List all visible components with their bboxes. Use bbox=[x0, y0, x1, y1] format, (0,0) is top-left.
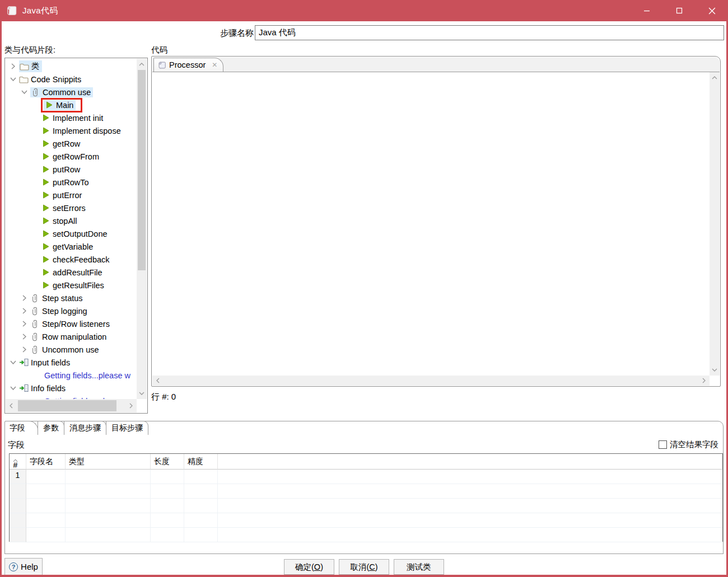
table-row-empty bbox=[10, 484, 722, 499]
tree-item-label: putError bbox=[53, 191, 82, 200]
tree-item-getrow[interactable]: getRow bbox=[6, 137, 137, 150]
column-header-字段名[interactable]: 字段名 bbox=[26, 454, 66, 470]
tree-item-label: getRowFrom bbox=[53, 152, 99, 161]
tab-参数[interactable]: 参数 bbox=[38, 421, 64, 435]
help-button[interactable]: ? Help bbox=[4, 558, 43, 575]
tree-item-step-status[interactable]: Step status bbox=[6, 292, 137, 304]
tree-selection-highlight: 类 bbox=[19, 60, 42, 72]
scroll-up-icon[interactable] bbox=[710, 73, 720, 82]
chevron-right-icon[interactable] bbox=[20, 294, 28, 302]
code-label: 代码 bbox=[151, 45, 167, 55]
line-number-status: 行 #: 0 bbox=[151, 392, 176, 402]
tree-item-putrow[interactable]: putRow bbox=[6, 163, 137, 176]
scroll-left-icon[interactable] bbox=[7, 399, 16, 412]
table-cell[interactable] bbox=[26, 470, 66, 484]
chevron-down-icon[interactable] bbox=[9, 359, 17, 367]
column-header-精度[interactable]: 精度 bbox=[184, 454, 218, 470]
tree-item-getrowfrom[interactable]: getRowFrom bbox=[6, 150, 137, 163]
tree-item-row-manipulation[interactable]: Row manipulation bbox=[6, 330, 137, 343]
paperclip-icon bbox=[31, 88, 40, 97]
play-icon bbox=[41, 255, 50, 264]
scroll-down-icon[interactable] bbox=[137, 389, 147, 398]
cancel-button[interactable]: 取消(C) bbox=[339, 559, 389, 575]
tree-item-label: stopAll bbox=[53, 217, 77, 226]
clear-result-fields-checkbox[interactable] bbox=[659, 440, 667, 449]
code-editor-area[interactable] bbox=[152, 72, 710, 376]
chevron-down-icon[interactable] bbox=[9, 384, 17, 392]
code-vertical-scrollbar[interactable] bbox=[710, 72, 720, 376]
tree-item-step-row-listeners[interactable]: Step/Row listeners bbox=[6, 317, 137, 330]
tree-item-main[interactable]: Main bbox=[6, 98, 137, 111]
tree-item-getresultfiles[interactable]: getResultFiles bbox=[6, 279, 137, 292]
play-icon bbox=[41, 242, 50, 251]
chevron-right-icon[interactable] bbox=[20, 346, 28, 354]
tree-item-label: getResultFiles bbox=[53, 281, 104, 290]
tree-hscroll-thumb[interactable] bbox=[18, 400, 116, 411]
table-cell[interactable] bbox=[151, 470, 184, 484]
column-header-类型[interactable]: 类型 bbox=[66, 454, 151, 470]
scroll-right-icon[interactable] bbox=[699, 376, 708, 386]
column-header-长度[interactable]: 长度 bbox=[151, 454, 184, 470]
scroll-up-icon[interactable] bbox=[137, 60, 147, 69]
tree-item-uncommon-use[interactable]: Uncommon use bbox=[6, 343, 137, 356]
play-icon bbox=[41, 152, 50, 161]
tree-item-input-fields[interactable]: Input fields bbox=[6, 356, 137, 369]
chevron-right-icon[interactable] bbox=[20, 320, 28, 328]
tree-item-addresultfile[interactable]: addResultFile bbox=[6, 266, 137, 279]
tree-item-seterrors[interactable]: setErrors bbox=[6, 201, 137, 214]
scroll-right-icon[interactable] bbox=[127, 399, 136, 412]
ok-button[interactable]: 确定(O) bbox=[284, 559, 334, 575]
paperclip-icon bbox=[30, 345, 40, 354]
tab-close-icon[interactable]: ✕ bbox=[212, 61, 217, 69]
tree-item-setoutputdone[interactable]: setOutputDone bbox=[6, 227, 137, 240]
chevron-down-icon[interactable] bbox=[20, 88, 28, 96]
code-horizontal-scrollbar[interactable] bbox=[152, 376, 710, 386]
tree-item-getvariable[interactable]: getVariable bbox=[6, 240, 137, 253]
table-cell bbox=[66, 513, 151, 528]
scroll-down-icon[interactable] bbox=[710, 365, 720, 374]
tab-目标步骤[interactable]: 目标步骤 bbox=[106, 421, 148, 435]
chevron-down-icon[interactable] bbox=[9, 76, 17, 83]
close-button[interactable] bbox=[696, 0, 728, 21]
tree-item-label: Row manipulation bbox=[42, 332, 106, 341]
step-name-input[interactable] bbox=[255, 25, 724, 40]
tree-vscroll-thumb[interactable] bbox=[138, 70, 146, 270]
minimize-button[interactable] bbox=[631, 0, 663, 21]
tab-processor[interactable]: Processor ✕ bbox=[153, 58, 223, 72]
tree-item-stopall[interactable]: stopAll bbox=[6, 214, 137, 227]
tree-item-label: Input fields bbox=[31, 358, 70, 367]
tree-item-implement-init[interactable]: Implement init bbox=[6, 111, 137, 124]
tree-item-getting-fields-please-w[interactable]: Getting fields...please w bbox=[6, 395, 137, 399]
tree-item-putrowto[interactable]: putRowTo bbox=[6, 176, 137, 189]
tree-item-common-use[interactable]: Common use bbox=[6, 86, 137, 98]
tree-item-label: putRow bbox=[53, 165, 80, 174]
table-cell bbox=[184, 513, 218, 528]
tree-item-implement-dispose[interactable]: Implement dispose bbox=[6, 124, 137, 137]
table-cell[interactable] bbox=[66, 470, 151, 484]
table-cell bbox=[218, 528, 722, 542]
chevron-right-icon[interactable] bbox=[20, 307, 28, 315]
tree-vertical-scrollbar[interactable] bbox=[137, 59, 147, 399]
tree-item-checkfeedback[interactable]: checkFeedback bbox=[6, 253, 137, 266]
tab-消息步骤[interactable]: 消息步骤 bbox=[64, 421, 106, 435]
column-header-[interactable]: # bbox=[10, 454, 26, 470]
tree-item-step-logging[interactable]: Step logging bbox=[6, 304, 137, 317]
clear-result-fields-option[interactable]: 清空结果字段 bbox=[659, 439, 718, 450]
tree-item-getting-fields-please-w[interactable]: Getting fields...please w bbox=[6, 369, 137, 382]
chevron-right-icon[interactable] bbox=[9, 63, 17, 71]
tree-horizontal-scrollbar[interactable] bbox=[6, 399, 137, 412]
table-cell[interactable] bbox=[218, 470, 722, 484]
maximize-button[interactable] bbox=[663, 0, 696, 21]
tree-item-puterror[interactable]: putError bbox=[6, 189, 137, 201]
paperclip-icon bbox=[30, 332, 40, 341]
fields-icon bbox=[19, 358, 29, 367]
tree-item-类[interactable]: 类 bbox=[6, 60, 137, 73]
tree-item-info-fields[interactable]: Info fields bbox=[6, 382, 137, 395]
test-class-button[interactable]: 测试类 bbox=[394, 559, 444, 575]
tree-item-code-snippits[interactable]: Code Snippits bbox=[6, 73, 137, 86]
scroll-left-icon[interactable] bbox=[153, 376, 162, 386]
java-code-dialog: Java代码 步骤名称 类与代码片段: 代码 类Code SnippitsCom… bbox=[0, 0, 728, 577]
tab-字段[interactable]: 字段 bbox=[5, 421, 38, 435]
table-cell[interactable] bbox=[184, 470, 218, 484]
chevron-right-icon[interactable] bbox=[20, 333, 28, 341]
